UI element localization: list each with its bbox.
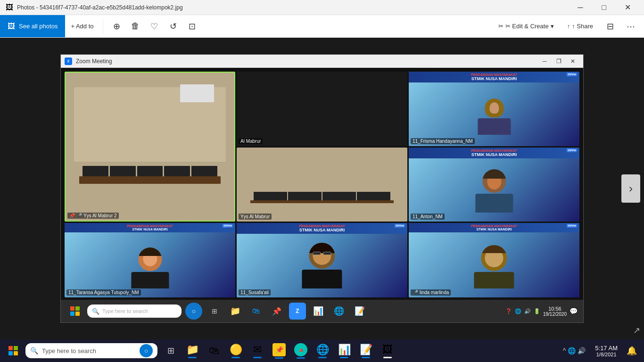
zoom-tb-taskview[interactable]: ⊞ (206, 303, 223, 320)
add-to-button[interactable]: + Add to (65, 15, 99, 37)
minimize-button[interactable]: ─ (570, 0, 591, 15)
start-button[interactable] (2, 339, 25, 362)
video-cell-5: PENGABDIAN MASYARAKAT STMIK NUSA MANDIRI… (409, 148, 579, 222)
zoom-restore-button[interactable]: ❐ (552, 56, 565, 66)
tray-expand-icon[interactable]: ^ (563, 347, 566, 354)
zoom-search-icon: 🔍 (92, 308, 99, 315)
cell-label-3: 11_Frisma Handayanna_NM (411, 138, 475, 144)
stmik-banner-5: PENGABDIAN MASYARAKAT STMIK NUSA MANDIRI (409, 148, 579, 158)
system-tray: ^ 🌐 🔊 (559, 347, 590, 354)
system-clock[interactable]: 5:17 AM 1/8/2021 (591, 343, 621, 359)
taskbar-app-taskview[interactable]: ⊞ (160, 340, 181, 361)
zoom-tb-cortana[interactable]: ○ (185, 303, 202, 320)
cell-label-6: 11_Taransa Agasya Tutupoly_NM (66, 289, 141, 296)
zoom-tb-word[interactable]: 📝 (351, 303, 368, 320)
zoom-search-bar[interactable]: 🔍 Type here to search (87, 304, 182, 318)
chrome-icon: 🌐 (316, 344, 329, 356)
pin-icon-1: 📌 (69, 213, 75, 218)
rotate-button[interactable]: ↺ (164, 17, 182, 36)
taskbar-app-photos[interactable]: 🖼 (377, 340, 398, 361)
edit-create-icon: ✂ (498, 23, 504, 30)
zoom-clock: 10:56 19/12/2020 (543, 306, 567, 317)
room-background-4 (237, 148, 407, 222)
speaker-tray-icon[interactable]: 🔊 (578, 347, 586, 354)
see-all-photos-label: See all photos (19, 23, 58, 30)
chevron-down-icon: ▾ (551, 23, 554, 30)
taskbar-app-mail[interactable]: ✉ (247, 340, 268, 361)
mic-icon-8: 🎤 (413, 290, 418, 295)
zoom-tb-chrome[interactable]: 🌐 (330, 303, 347, 320)
taskbar-app-sticky[interactable]: 🟡 (225, 340, 246, 361)
print-button[interactable]: ⊟ (601, 17, 619, 36)
taskbar-app-word[interactable]: 📝 (355, 340, 376, 361)
mic-icon-1: 🎤 (76, 213, 82, 218)
title-bar: 🖼 Photos - 543416f7-4737-40af-a2ac-e5b25… (0, 0, 644, 15)
taskview-icon: ⊞ (167, 346, 174, 356)
stmik-bg-6: PENGABDIAN MASYARAKAT STMIK NUSA MANDIRI… (65, 223, 235, 297)
stmik-name-5: STMIK NUSA MANDIRI (412, 152, 577, 157)
toolbar-right: ✂ ✂ Edit & Create ▾ ↑ ↑ Share ⊟ ⋯ (493, 17, 644, 36)
stmik-name-8: STMIK NUSA MANDIRI (412, 228, 577, 231)
video-cell-7: PENGABDIAN MASYARAKAT STMIK NUSA MANDIRI… (237, 223, 407, 297)
network-tray-icon[interactable]: 🌐 (568, 347, 576, 354)
taskbar-app-powerpoint[interactable]: 📊 (334, 340, 355, 361)
stmik-pm-label-8: PENGABDIAN MASYARAKAT (412, 224, 577, 228)
taskbar-app-canva[interactable]: 🔺 (290, 340, 311, 361)
video-cell-8: PENGABDIAN MASYARAKAT STMIK NUSA MANDIRI… (409, 223, 579, 297)
zoom-in-button[interactable]: ⊕ (107, 17, 126, 36)
zoom-tb-sticky[interactable]: 📌 (268, 303, 285, 320)
video-cell-3: PENGABDIAN MASYARAKAT STMIK NUSA MANDIRI… (409, 72, 579, 146)
app-icon: 🖼 (6, 3, 13, 12)
fileexplorer-icon: 📁 (186, 344, 199, 356)
taskbar-app-chrome[interactable]: 🌐 (312, 340, 333, 361)
zoom-tb-zoom[interactable]: Z (289, 303, 306, 320)
share-button[interactable]: ↑ ↑ Share (561, 20, 599, 33)
taskbar-right: ^ 🌐 🔊 5:17 AM 1/8/2021 🔔 (559, 342, 642, 359)
stmik-bg-3: PENGABDIAN MASYARAKAT STMIK NUSA MANDIRI… (409, 72, 579, 146)
stmik-banner-6: PENGABDIAN MASYARAKAT STMIK NUSA MANDIRI (65, 223, 235, 232)
more-button[interactable]: ⋯ (621, 17, 640, 36)
video-cell-2: Al Mabrur (237, 72, 407, 146)
add-to-label: + Add to (71, 23, 93, 30)
zoom-minimize-button[interactable]: ─ (538, 56, 551, 66)
chrome-indicator (318, 357, 327, 358)
stmik-bg-8: PENGABDIAN MASYARAKAT STMIK NUSA MANDIRI… (409, 223, 579, 297)
share-label: ↑ Share (572, 23, 593, 30)
video-grid: 📌 🎤 Yys Al Mabrur 2 Al Mabrur PENGABDIAN… (61, 68, 583, 303)
taskbar-apps: ⊞ 📁 🛍 🟡 ✉ 📌 🔺 🌐 📊 (160, 340, 398, 361)
pppm-badge-6: PPPM (223, 224, 233, 228)
stmik-banner-8: PENGABDIAN MASYARAKAT STMIK NUSA MANDIRI (409, 223, 579, 232)
taskbar-app-fileexplorer[interactable]: 📁 (182, 340, 203, 361)
delete-button[interactable]: 🗑 (126, 17, 145, 36)
pppm-badge-7: PPPM (395, 224, 405, 228)
share-icon: ↑ (567, 23, 570, 30)
zoom-title-bar: Z Zoom Meeting ─ ❐ ✕ (61, 55, 583, 68)
stmik-pm-label-5: PENGABDIAN MASYARAKAT (412, 149, 577, 152)
zoom-tb-store[interactable]: 🛍 (248, 303, 264, 320)
photos-icon: 🖼 (8, 22, 15, 31)
edit-create-label: ✂ Edit & Create (505, 23, 549, 30)
see-all-photos-button[interactable]: 🖼 See all photos (0, 15, 65, 37)
taskbar-app-sticky2[interactable]: 📌 (269, 340, 289, 361)
sticky-indicator (231, 357, 240, 358)
taskbar-app-store[interactable]: 🛍 (204, 340, 224, 361)
clock-time: 5:17 AM (595, 345, 618, 352)
notification-button[interactable]: 🔔 (623, 342, 640, 359)
title-bar-controls: ─ □ ✕ (570, 0, 638, 15)
maximize-button[interactable]: □ (593, 0, 615, 15)
pppm-badge-8: PPPM (567, 224, 578, 228)
photos-indicator (383, 357, 392, 358)
crop-button[interactable]: ⊡ (182, 17, 201, 36)
favorite-button[interactable]: ♡ (145, 17, 164, 36)
edit-create-button[interactable]: ✂ ✂ Edit & Create ▾ (493, 20, 560, 33)
next-arrow-button[interactable]: › (621, 174, 640, 203)
cortana-button[interactable]: ○ (140, 344, 153, 357)
taskbar-search[interactable]: 🔍 Type here to search ○ (25, 343, 157, 358)
zoom-tb-files[interactable]: 📁 (227, 303, 244, 320)
zoom-tb-ppt[interactable]: 📊 (310, 303, 327, 320)
zoom-close-button[interactable]: ✕ (566, 56, 579, 66)
zoom-tb-windows[interactable] (66, 303, 83, 320)
sticky-icon: 🟡 (230, 344, 242, 356)
expand-icon[interactable]: ↗ (633, 325, 640, 336)
close-button[interactable]: ✕ (617, 0, 638, 15)
